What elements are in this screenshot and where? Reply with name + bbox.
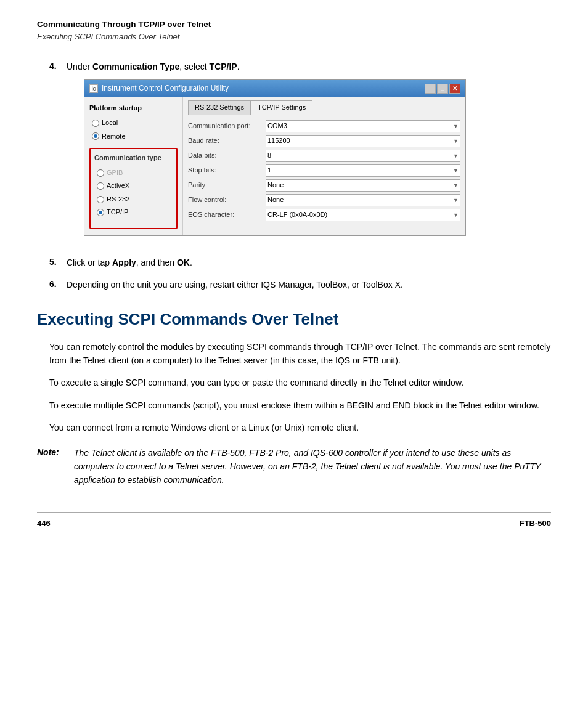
tab-tcpip[interactable]: TCP/IP Settings [251, 100, 312, 115]
radio-activex-circle [97, 182, 104, 190]
settings-grid: Communication port: COM3 ▼ Baud rate: 11… [188, 120, 460, 221]
setting-label-4: Parity: [188, 180, 262, 191]
platform-radio-group: Local Remote [89, 118, 178, 142]
comm-type-radio-group: GPIB ActiveX RS-232 [94, 168, 173, 218]
dialog-right-panel: RS-232 Settings TCP/IP Settings Communic… [183, 97, 465, 235]
step-4: 4. Under Communication Type, select TCP/… [37, 60, 551, 247]
tab-rs232[interactable]: RS-232 Settings [188, 100, 251, 115]
dialog-title: Instrument Control Configuration Utility [102, 83, 229, 94]
setting-select-2[interactable]: 8 ▼ [266, 150, 460, 162]
platform-label: Platform startup [89, 103, 178, 114]
dialog-body: Platform startup Local Remote [84, 97, 465, 235]
radio-gpib-circle [97, 169, 104, 177]
step-4-number: 4. [49, 60, 67, 247]
setting-val-0: COM3 [267, 121, 453, 132]
radio-gpib-label: GPIB [107, 168, 123, 179]
radio-rs232[interactable]: RS-232 [97, 194, 173, 205]
setting-select-5[interactable]: None ▼ [266, 194, 460, 206]
radio-local[interactable]: Local [92, 118, 178, 129]
step-5: 5. Click or tap Apply, and then OK. [37, 256, 551, 269]
step5-bold2: OK [177, 258, 190, 267]
setting-label-5: Flow control: [188, 195, 262, 206]
select-arrow-6: ▼ [453, 211, 459, 219]
setting-select-3[interactable]: 1 ▼ [266, 164, 460, 177]
setting-val-2: 8 [267, 150, 453, 161]
step4-bold2: TCP/IP [210, 62, 237, 71]
comm-type-label: Communication type [94, 153, 173, 164]
header-subtitle: Executing SCPI Commands Over Telnet [37, 31, 551, 43]
titlebar-controls: — □ ✕ [425, 84, 460, 94]
step4-text-after: . [237, 62, 240, 71]
page-footer: 446 FTB-500 [37, 512, 551, 530]
step5-text-after: . [190, 258, 192, 267]
titlebar-app-icon: ic [89, 84, 98, 93]
setting-select-4[interactable]: None ▼ [266, 179, 460, 192]
setting-label-2: Data bits: [188, 150, 262, 161]
select-arrow-3: ▼ [453, 166, 459, 175]
setting-select-6[interactable]: CR-LF (0x0A-0x0D) ▼ [266, 209, 460, 221]
paragraph-3: To execute multiple SCPI commands (scrip… [37, 399, 551, 412]
radio-remote-circle [92, 132, 99, 140]
radio-rs232-circle [97, 196, 104, 203]
close-button[interactable]: ✕ [449, 84, 460, 94]
footer-page-number: 446 [37, 517, 51, 530]
header-divider [37, 47, 551, 47]
tabs-row: RS-232 Settings TCP/IP Settings [188, 100, 460, 115]
paragraph-1: You can remotely control the modules by … [37, 340, 551, 368]
dialog-titlebar: ic Instrument Control Configuration Util… [84, 80, 465, 97]
note-text: The Telnet client is available on the FT… [74, 446, 551, 487]
step-4-content: Under Communication Type, select TCP/IP.… [67, 60, 551, 247]
step-6-content: Depending on the unit you are using, res… [67, 278, 551, 291]
radio-remote[interactable]: Remote [92, 131, 178, 142]
radio-gpib[interactable]: GPIB [97, 168, 173, 179]
dialog-left-panel: Platform startup Local Remote [84, 97, 183, 235]
step5-bold1: Apply [112, 258, 136, 267]
radio-local-circle [92, 120, 99, 127]
footer-product: FTB-500 [520, 517, 551, 530]
paragraph-4: You can connect from a remote Windows cl… [37, 421, 551, 434]
note-block: Note: The Telnet client is available on … [37, 446, 551, 487]
step-5-number: 5. [49, 256, 67, 269]
step4-text-before: Under [67, 62, 92, 71]
dialog-wrapper: ic Instrument Control Configuration Util… [84, 79, 466, 236]
select-arrow-1: ▼ [453, 137, 459, 145]
section-heading: Executing SCPI Commands Over Telnet [37, 309, 551, 330]
select-arrow-4: ▼ [453, 181, 459, 190]
comm-type-box: Communication type GPIB ActiveX [89, 148, 178, 229]
setting-label-0: Communication port: [188, 121, 262, 132]
setting-select-0[interactable]: COM3 ▼ [266, 120, 460, 132]
radio-remote-label: Remote [102, 131, 126, 142]
page-header: Communicating Through TCP/IP over Telnet… [37, 18, 551, 43]
radio-rs232-label: RS-232 [107, 194, 129, 205]
paragraph-2: To execute a single SCPI command, you ca… [37, 376, 551, 389]
step-6-number: 6. [49, 278, 67, 291]
step4-bold1: Communication Type [92, 62, 179, 71]
step4-text-mid: , select [179, 62, 209, 71]
setting-val-6: CR-LF (0x0A-0x0D) [267, 209, 453, 221]
step-6: 6. Depending on the unit you are using, … [37, 278, 551, 291]
note-label: Note: [37, 446, 68, 487]
setting-val-3: 1 [267, 165, 453, 176]
maximize-button[interactable]: □ [437, 84, 448, 94]
select-arrow-2: ▼ [453, 152, 459, 160]
radio-tcpip-circle [97, 209, 104, 216]
minimize-button[interactable]: — [425, 84, 436, 94]
titlebar-left: ic Instrument Control Configuration Util… [89, 83, 229, 94]
radio-local-label: Local [102, 118, 118, 129]
radio-activex[interactable]: ActiveX [97, 181, 173, 192]
radio-tcpip[interactable]: TCP/IP [97, 207, 173, 218]
setting-label-6: EOS character: [188, 209, 262, 221]
titlebar-icon-text: ic [92, 84, 96, 93]
header-title: Communicating Through TCP/IP over Telnet [37, 18, 551, 31]
setting-label-1: Baud rate: [188, 136, 262, 147]
select-arrow-0: ▼ [453, 122, 459, 131]
step-5-content: Click or tap Apply, and then OK. [67, 256, 551, 269]
select-arrow-5: ▼ [453, 196, 459, 205]
step5-text-mid: , and then [136, 258, 177, 267]
setting-val-4: None [267, 180, 453, 191]
setting-label-3: Stop bits: [188, 165, 262, 176]
setting-val-1: 115200 [267, 136, 453, 147]
setting-select-1[interactable]: 115200 ▼ [266, 135, 460, 147]
dialog: ic Instrument Control Configuration Util… [84, 79, 466, 236]
setting-val-5: None [267, 195, 453, 206]
